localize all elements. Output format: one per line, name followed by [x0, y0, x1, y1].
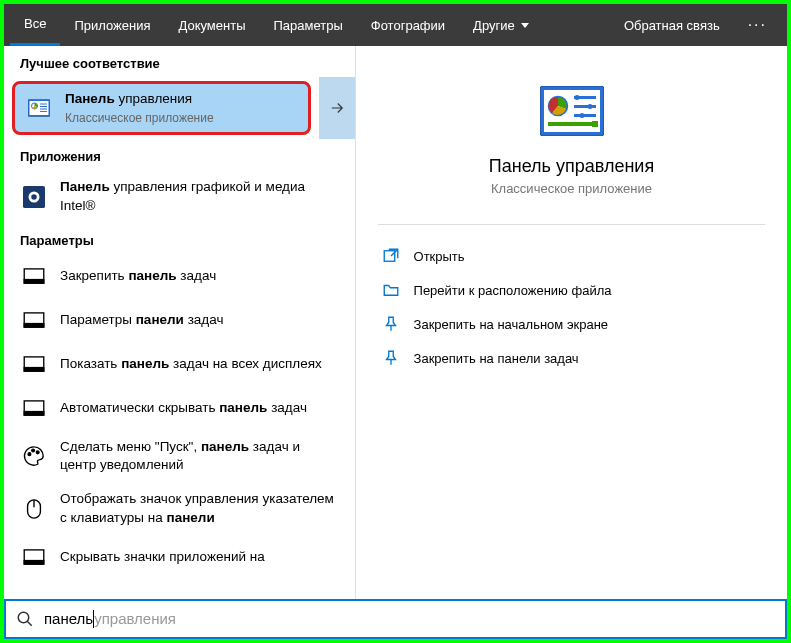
svg-point-9: [31, 194, 37, 200]
section-best-match: Лучшее соответствие: [4, 46, 355, 77]
mouse-icon: [20, 495, 48, 523]
result-start-menu[interactable]: Сделать меню "Пуск", панель задач и цент…: [4, 430, 355, 482]
result-title-rest: управления: [115, 91, 192, 106]
svg-rect-3: [40, 104, 47, 105]
svg-point-29: [574, 95, 579, 100]
control-panel-large-icon: [540, 86, 604, 136]
search-suggestion: управления: [94, 610, 176, 628]
results-panel: Лучшее соответствие Панель управления Кл…: [4, 46, 356, 599]
svg-rect-17: [24, 411, 44, 415]
result-auto-hide[interactable]: Автоматически скрывать панель задач: [4, 386, 355, 430]
feedback-link[interactable]: Обратная связь: [610, 18, 734, 33]
result-pin-taskbar[interactable]: Закрепить панель задач: [4, 254, 355, 298]
search-icon: [16, 610, 34, 628]
tab-other[interactable]: Другие: [459, 4, 543, 46]
action-pin-taskbar[interactable]: Закрепить на панели задач: [378, 341, 766, 375]
svg-point-18: [28, 453, 31, 456]
result-title-bold: Панель: [65, 91, 115, 106]
taskbar-icon: [20, 394, 48, 422]
divider: [378, 224, 766, 225]
svg-point-20: [36, 451, 39, 454]
svg-rect-11: [24, 279, 44, 283]
action-open[interactable]: Открыть: [378, 239, 766, 273]
pin-taskbar-icon: [382, 349, 400, 367]
result-intel-graphics[interactable]: Панель управления графикой и медиа Intel…: [4, 170, 355, 222]
section-params: Параметры: [4, 223, 355, 254]
svg-point-19: [32, 449, 35, 452]
taskbar-icon: [20, 262, 48, 290]
search-typed: панель: [44, 610, 93, 628]
svg-rect-15: [24, 367, 44, 371]
result-show-all-displays[interactable]: Показать панель задач на всех дисплеях: [4, 342, 355, 386]
more-menu[interactable]: ···: [734, 16, 781, 34]
svg-rect-13: [24, 323, 44, 327]
svg-point-33: [579, 113, 584, 118]
taskbar-icon: [20, 306, 48, 334]
svg-rect-34: [548, 122, 596, 126]
tab-settings[interactable]: Параметры: [259, 4, 356, 46]
search-box[interactable]: панельуправления: [4, 599, 787, 639]
result-hide-icons[interactable]: Скрывать значки приложений на: [4, 535, 355, 579]
expand-arrow[interactable]: [319, 77, 355, 139]
detail-title: Панель управления: [489, 156, 654, 177]
tab-all[interactable]: Все: [10, 4, 60, 46]
result-control-panel[interactable]: Панель управления Классическое приложени…: [12, 81, 311, 135]
action-pin-start[interactable]: Закрепить на начальном экране: [378, 307, 766, 341]
svg-point-31: [587, 104, 592, 109]
result-pointer-icon[interactable]: Отображать значок управления указателем …: [4, 482, 355, 534]
svg-line-40: [27, 621, 32, 626]
control-panel-icon: [25, 94, 53, 122]
tab-photos[interactable]: Фотографии: [357, 4, 459, 46]
tab-apps[interactable]: Приложения: [60, 4, 164, 46]
pin-icon: [382, 315, 400, 333]
taskbar-icon: [20, 350, 48, 378]
svg-rect-35: [592, 121, 598, 127]
svg-rect-6: [40, 111, 47, 112]
section-apps: Приложения: [4, 139, 355, 170]
intel-icon: [20, 183, 48, 211]
svg-rect-4: [40, 106, 47, 107]
open-icon: [382, 247, 400, 265]
action-file-location[interactable]: Перейти к расположению файла: [378, 273, 766, 307]
svg-rect-32: [574, 114, 596, 117]
tab-docs[interactable]: Документы: [164, 4, 259, 46]
folder-icon: [382, 281, 400, 299]
svg-rect-30: [574, 105, 596, 108]
taskbar-icon: [20, 543, 48, 571]
result-taskbar-settings[interactable]: Параметры панели задач: [4, 298, 355, 342]
result-subtitle: Классическое приложение: [65, 110, 298, 126]
detail-panel: Панель управления Классическое приложени…: [356, 46, 787, 599]
palette-icon: [20, 442, 48, 470]
filter-tabs: Все Приложения Документы Параметры Фотог…: [4, 4, 787, 46]
svg-rect-5: [40, 109, 47, 110]
svg-rect-24: [24, 560, 44, 564]
detail-subtitle: Классическое приложение: [491, 181, 652, 196]
svg-point-39: [18, 612, 29, 623]
svg-rect-36: [384, 251, 395, 262]
